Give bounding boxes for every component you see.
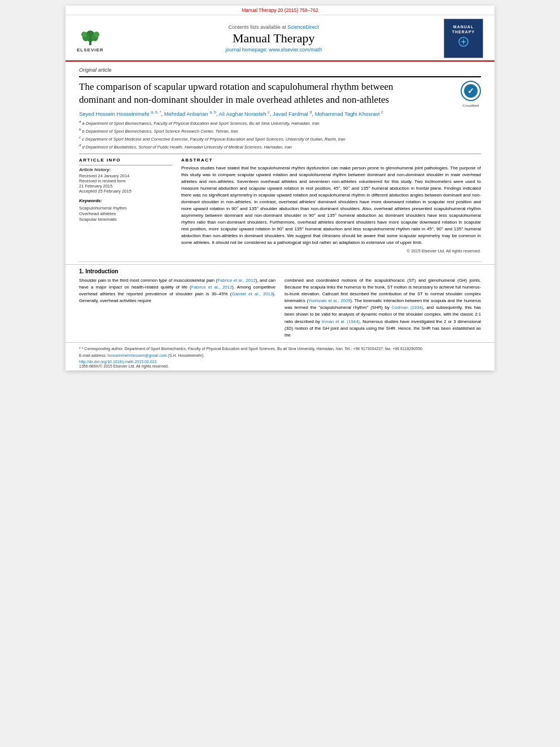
mid-divider	[79, 154, 481, 154]
affil-c: c c Department of Sport Medicine and Cor…	[79, 135, 481, 142]
author-4[interactable]: Javad Fardmal	[273, 111, 308, 117]
author-3[interactable]: Ali Asghar Norasteh	[219, 111, 266, 117]
authors-line: Seyed Hossein Hosseinimehr a, b, *, Mehr…	[79, 110, 481, 117]
journal-header: ELSEVIER Contents lists available at Sci…	[65, 15, 495, 62]
author-2[interactable]: Mehrdad Anbarian	[164, 111, 208, 117]
accepted-date: Accepted 25 February 2015	[79, 189, 172, 194]
ref-codman[interactable]: Codman (1934)	[392, 305, 423, 310]
revised-label: Received in revised form	[79, 178, 172, 184]
article-page: Manual Therapy 20 (2015) 758–762 ELSEVIE…	[65, 6, 495, 370]
revised-date: 21 February 2015	[79, 184, 172, 189]
keywords-section: Keywords: Scapulohumeral rhythm Overhead…	[79, 198, 172, 222]
svg-point-4	[81, 32, 87, 37]
article-body: Original article The comparison of scapu…	[65, 62, 495, 259]
intro-text-right: combined and coordinated motions of the …	[285, 277, 481, 339]
crossmark-icon: ✓	[461, 81, 481, 101]
article-info-col: ARTICLE INFO Article history: Received 2…	[79, 158, 172, 254]
ref-fabrice-1[interactable]: Fabrice et al., 2012	[217, 278, 256, 283]
ref-fabrice-2[interactable]: Fabrice et al., 2012	[191, 285, 233, 290]
journal-volume-line: Manual Therapy 20 (2015) 758–762	[65, 6, 495, 15]
footnote-star: * * Corresponding author. Department of …	[79, 346, 481, 352]
article-history: Article history: Received 24 January 201…	[79, 167, 172, 194]
ref-inman[interactable]: Inman et al. (1944)	[322, 319, 360, 324]
journal-name: Manual Therapy	[104, 31, 444, 46]
svg-text:✓: ✓	[467, 86, 474, 95]
journal-volume-text: Manual Therapy 20 (2015) 758–762	[242, 7, 318, 13]
affil-b: b b Department of Sport Biomechanics, Sp…	[79, 127, 481, 134]
footnote-area: * * Corresponding author. Department of …	[65, 342, 495, 370]
info-abstract-cols: ARTICLE INFO Article history: Received 2…	[79, 158, 481, 254]
body-divider	[79, 261, 481, 262]
ref-gabriel[interactable]: Gabriel et al., 2013	[231, 291, 273, 296]
ref-yoshizaki[interactable]: Yoshizaki et al., 2009	[308, 298, 351, 303]
manual-therapy-logo: MANUAL THERAPY	[444, 19, 483, 58]
author-5[interactable]: Mohammad Taghi Khosravi	[315, 111, 380, 117]
issn-line: 1356-689X/© 2015 Elsevier Ltd. All right…	[79, 364, 481, 368]
email-line: E-mail address: hosseinimehrhossein@gmai…	[79, 353, 481, 359]
article-type: Original article	[79, 67, 481, 73]
journal-homepage: journal homepage: www.elsevier.com/math	[104, 47, 444, 53]
journal-center: Contents lists available at ScienceDirec…	[104, 24, 444, 53]
elsevier-label: ELSEVIER	[77, 47, 104, 53]
keyword-3: Scapular kinematic	[79, 217, 172, 222]
abstract-col: ABSTRACT Previous studies have stated th…	[181, 158, 481, 254]
author-1[interactable]: Seyed Hossein Hosseinimehr	[79, 111, 150, 117]
elsevier-logo: ELSEVIER	[77, 25, 104, 53]
elsevier-tree-icon	[78, 25, 102, 46]
sciencedirect-prefix: Contents lists available at	[229, 24, 286, 30]
info-hr	[79, 165, 172, 165]
affil-d: d d Department of Biostatistics, School …	[79, 143, 481, 150]
crossmark-badge[interactable]: ✓ CrossMark	[461, 81, 481, 107]
sciencedirect-link[interactable]: ScienceDirect	[287, 24, 319, 30]
intro-col-left: Shoulder pain is the third most common t…	[79, 277, 275, 339]
keyword-1: Scapulohumeral rhythm	[79, 206, 172, 211]
mt-logo-graphic	[453, 36, 474, 52]
article-title: The comparison of scapular upward rotati…	[79, 81, 409, 107]
crossmark-label: CrossMark	[461, 104, 481, 107]
intro-title: Introduction	[85, 268, 118, 274]
intro-text-left: Shoulder pain is the third most common t…	[79, 277, 275, 304]
keywords-label: Keywords:	[79, 198, 172, 203]
intro-col-right: combined and coordinated motions of the …	[285, 277, 481, 339]
affiliations: a a Department of Sport Biomechanics, Fa…	[79, 119, 481, 150]
homepage-link[interactable]: www.elsevier.com/math	[269, 47, 322, 53]
svg-point-5	[94, 32, 99, 37]
abstract-header: ABSTRACT	[181, 158, 481, 163]
abstract-text: Previous studies have stated that the sc…	[181, 165, 481, 246]
keyword-2: Overhead athletes	[79, 211, 172, 216]
homepage-prefix: journal homepage:	[225, 47, 268, 53]
intro-cols: Shoulder pain is the third most common t…	[79, 277, 481, 339]
top-divider	[79, 76, 481, 77]
svg-point-10	[462, 41, 465, 43]
doi-line[interactable]: http://dx.doi.org/10.1016/j.math.2015.02…	[79, 360, 481, 364]
title-area: The comparison of scapular upward rotati…	[79, 81, 481, 107]
affil-a: a a Department of Sport Biomechanics, Fa…	[79, 119, 481, 126]
article-info-header: ARTICLE INFO	[79, 158, 172, 163]
intro-section: 1. Introduction Shoulder pain is the thi…	[65, 264, 495, 342]
sciencedirect-line: Contents lists available at ScienceDirec…	[104, 24, 444, 30]
copyright-line: © 2015 Elsevier Ltd. All rights reserved…	[181, 248, 481, 254]
intro-number: 1.	[79, 268, 84, 274]
email-address[interactable]: hosseinimehrhossein@gmail.com	[108, 353, 167, 357]
received-date: Received 24 January 2014	[79, 173, 172, 178]
intro-header: 1. Introduction	[79, 268, 481, 274]
history-label: Article history:	[79, 167, 172, 172]
